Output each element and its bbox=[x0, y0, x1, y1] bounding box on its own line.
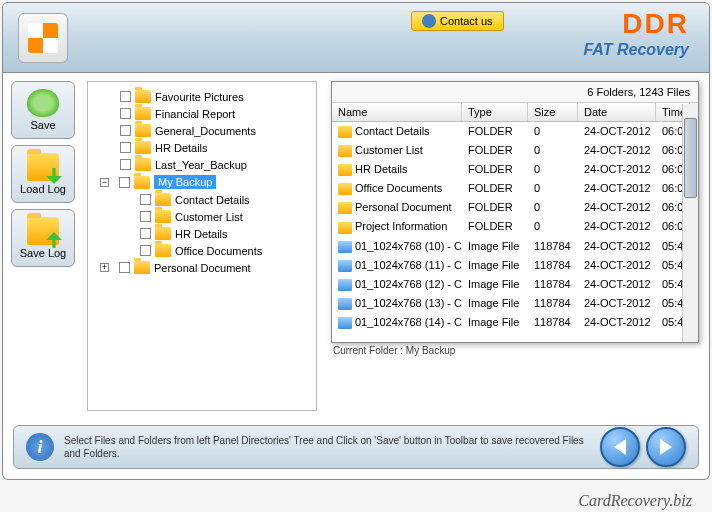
folder-icon bbox=[155, 244, 171, 257]
image-icon bbox=[338, 279, 352, 291]
watermark: CardRecovery.biz bbox=[578, 492, 692, 510]
toolbar: Save Load Log Save Log bbox=[3, 73, 83, 419]
col-size[interactable]: Size bbox=[528, 103, 578, 121]
app-logo bbox=[18, 13, 68, 63]
tree-label: Office Documents bbox=[175, 245, 262, 257]
down-arrow-icon bbox=[46, 168, 62, 184]
checkbox[interactable] bbox=[140, 211, 151, 222]
file-row[interactable]: Customer ListFOLDER024-OCT-201206:00 bbox=[332, 141, 698, 160]
folder-icon bbox=[338, 164, 352, 176]
checkbox[interactable] bbox=[120, 142, 131, 153]
folder-icon bbox=[27, 153, 59, 181]
file-row[interactable]: Contact DetailsFOLDER024-OCT-201206:00 bbox=[332, 122, 698, 141]
tree-item[interactable]: Favourite Pictures bbox=[90, 88, 314, 105]
footer-bar: i Select Files and Folders from left Pan… bbox=[13, 425, 699, 469]
checkbox[interactable] bbox=[119, 177, 130, 188]
arrow-left-icon bbox=[614, 439, 626, 455]
file-summary: 6 Folders, 1243 Files bbox=[332, 82, 698, 103]
folder-icon bbox=[27, 217, 59, 245]
folder-icon bbox=[338, 183, 352, 195]
load-log-label: Load Log bbox=[20, 183, 66, 195]
directory-tree[interactable]: Favourite PicturesFinancial ReportGenera… bbox=[87, 81, 317, 411]
arrow-right-icon bbox=[660, 439, 672, 455]
file-list-header: Name Type Size Date Time bbox=[332, 103, 698, 122]
image-icon bbox=[338, 241, 352, 253]
brand-text: DDR bbox=[622, 8, 689, 40]
file-row[interactable]: Personal DocumentFOLDER024-OCT-201206:00 bbox=[332, 198, 698, 217]
file-row[interactable]: 01_1024x768 (12) - C...Image File1187842… bbox=[332, 275, 698, 294]
image-icon bbox=[338, 317, 352, 329]
file-row[interactable]: HR DetailsFOLDER024-OCT-201206:00 bbox=[332, 160, 698, 179]
tree-label: Customer List bbox=[175, 211, 243, 223]
checkbox[interactable] bbox=[140, 245, 151, 256]
checkbox[interactable] bbox=[140, 228, 151, 239]
tree-label: My Backup bbox=[154, 175, 216, 189]
file-row[interactable]: 01_1024x768 (10) - C...Image File1187842… bbox=[332, 237, 698, 256]
save-label: Save bbox=[30, 119, 55, 131]
prev-button[interactable] bbox=[600, 427, 640, 467]
collapse-icon[interactable]: − bbox=[100, 178, 109, 187]
tree-item[interactable]: Contact Details bbox=[90, 191, 314, 208]
scrollbar[interactable] bbox=[682, 104, 698, 342]
file-list-panel: 6 Folders, 1243 Files Name Type Size Dat… bbox=[331, 81, 699, 343]
scroll-thumb[interactable] bbox=[684, 118, 697, 198]
file-row[interactable]: Project InformationFOLDER024-OCT-201206:… bbox=[332, 217, 698, 236]
tree-label: Contact Details bbox=[175, 194, 250, 206]
checkbox[interactable] bbox=[120, 159, 131, 170]
folder-icon bbox=[338, 145, 352, 157]
checkbox[interactable] bbox=[120, 91, 131, 102]
header: Contact us DDR FAT Recovery bbox=[3, 3, 709, 73]
tree-label: Last_Year_Backup bbox=[155, 159, 247, 171]
footer-hint: Select Files and Folders from left Panel… bbox=[64, 434, 590, 460]
tree-label: Favourite Pictures bbox=[155, 91, 244, 103]
image-icon bbox=[338, 260, 352, 272]
tree-item[interactable]: HR Details bbox=[90, 139, 314, 156]
tree-item[interactable]: Office Documents bbox=[90, 242, 314, 259]
checkbox[interactable] bbox=[120, 108, 131, 119]
tree-item[interactable]: HR Details bbox=[90, 225, 314, 242]
checkbox[interactable] bbox=[120, 125, 131, 136]
next-button[interactable] bbox=[646, 427, 686, 467]
folder-icon bbox=[135, 124, 151, 137]
save-log-label: Save Log bbox=[20, 247, 66, 259]
save-log-button[interactable]: Save Log bbox=[11, 209, 75, 267]
logo-icon bbox=[28, 23, 58, 53]
checkbox[interactable] bbox=[140, 194, 151, 205]
tree-label: HR Details bbox=[175, 228, 228, 240]
nav-buttons bbox=[600, 427, 686, 467]
file-rows[interactable]: Contact DetailsFOLDER024-OCT-201206:00Cu… bbox=[332, 122, 698, 334]
col-date[interactable]: Date bbox=[578, 103, 656, 121]
file-row[interactable]: 01_1024x768 (13) - C...Image File1187842… bbox=[332, 294, 698, 313]
checkbox[interactable] bbox=[119, 262, 130, 273]
file-row[interactable]: 01_1024x768 (14) - C...Image File1187842… bbox=[332, 313, 698, 332]
tree-label: Financial Report bbox=[155, 108, 235, 120]
load-log-button[interactable]: Load Log bbox=[11, 145, 75, 203]
current-folder-label: Current Folder : My Backup bbox=[333, 345, 455, 356]
app-subtitle: FAT Recovery bbox=[583, 41, 689, 59]
contact-us-button[interactable]: Contact us bbox=[411, 11, 504, 31]
tree-label: HR Details bbox=[155, 142, 208, 154]
file-row[interactable]: Office DocumentsFOLDER024-OCT-201206:00 bbox=[332, 179, 698, 198]
tree-item[interactable]: Financial Report bbox=[90, 105, 314, 122]
tree-item[interactable]: −My Backup bbox=[90, 173, 314, 191]
col-type[interactable]: Type bbox=[462, 103, 528, 121]
folder-icon bbox=[338, 126, 352, 138]
tree-item[interactable]: +Personal Document bbox=[90, 259, 314, 276]
app-window: Contact us DDR FAT Recovery Save Load Lo… bbox=[2, 2, 710, 480]
file-row[interactable]: 01_1024x768 (11) - C...Image File1187842… bbox=[332, 256, 698, 275]
expand-icon[interactable]: + bbox=[100, 263, 109, 272]
person-icon bbox=[422, 14, 436, 28]
folder-icon bbox=[135, 107, 151, 120]
tree-item[interactable]: General_Documents bbox=[90, 122, 314, 139]
folder-icon bbox=[135, 90, 151, 103]
file-row[interactable]: 01_1024x768 (15) - C...Image File1187842… bbox=[332, 332, 698, 334]
save-button[interactable]: Save bbox=[11, 81, 75, 139]
contact-label: Contact us bbox=[440, 15, 493, 27]
folder-icon bbox=[155, 210, 171, 223]
tree-item[interactable]: Last_Year_Backup bbox=[90, 156, 314, 173]
tree-item[interactable]: Customer List bbox=[90, 208, 314, 225]
save-icon bbox=[27, 89, 59, 117]
folder-icon bbox=[134, 176, 150, 189]
folder-icon bbox=[338, 202, 352, 214]
col-name[interactable]: Name bbox=[332, 103, 462, 121]
